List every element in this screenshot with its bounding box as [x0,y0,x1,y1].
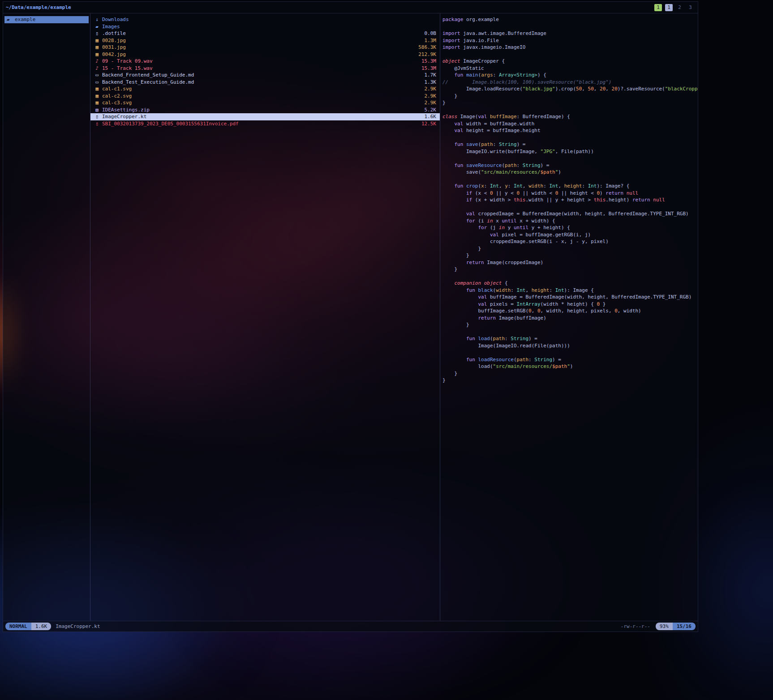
code-line: class Image(val buffImage: BufferedImage… [442,113,698,120]
file-name: cal-c2.svg [102,93,422,100]
code-line: fun black(width: Int, height: Int): Imag… [442,287,698,294]
status-bar: NORMAL 1.6K ImageCropper.kt -rw-r--r-- 9… [3,621,698,632]
code-line: } [442,93,698,100]
file-size: 15.3M [421,58,436,65]
file-row-Downloads[interactable]: ↓Downloads [90,16,440,23]
tab-2[interactable]: 1 [665,4,673,11]
file-row-09 - Track 09.wav[interactable]: ♪09 - Track 09.wav15.3M [90,58,440,65]
code-line: load("src/main/resources/$path") [442,363,698,370]
file-row-Images[interactable]: ▰Images [90,23,440,30]
desktop-wallpaper: ~/Data/example/example 1123 ▰ example ↓D… [0,0,773,700]
cursor-position-badge: 15/16 [673,623,696,630]
folder-icon: ▰ [7,16,13,23]
file-list: ↓Downloads▰Images▯.dotfile0.0B▦0028.jpg1… [90,16,440,127]
image-icon: ▦ [94,37,100,44]
image-icon: ▦ [94,99,100,107]
file-name: cal-c3.svg [102,99,422,107]
code-line: } [442,321,698,329]
code-line: val buffImage = BufferedImage(width, hei… [442,294,698,301]
file-icon: ▯ [94,30,100,37]
code-line: } [442,266,698,273]
code-line: fun loadResource(path: String) = [442,356,698,363]
file-size: 1.7K [425,72,437,79]
status-left: NORMAL 1.6K ImageCropper.kt [5,623,100,630]
file-manager-header: ~/Data/example/example 1123 [3,2,698,13]
file-size-badge: 1.6K [31,623,52,630]
code-line: ImageIO.write(buffImage, "JPG", File(pat… [442,148,698,155]
code-line: croppedImage.setRGB(i - x, j - y, pixel) [442,238,698,245]
file-row-0028.jpg[interactable]: ▦0028.jpg1.3M [90,37,440,44]
file-name: 0031.jpg [102,44,416,51]
code-line: fun load(path: String) = [442,335,698,342]
code-line: val pixel = buffImage.getRGB(i, j) [442,231,698,239]
image-icon: ▦ [94,51,100,58]
pdf-icon: ▯ [94,120,100,128]
file-name: cal-c1.svg [102,85,422,93]
dir-icon: ▰ [94,23,100,30]
doc-icon: ▭ [94,72,100,79]
file-name: Images [102,23,434,30]
code-line: import java.io.File [442,37,698,44]
file-size: 212.9K [418,51,436,58]
file-size: 2.9K [425,93,437,100]
file-size: 12.5K [421,120,436,128]
code-line: object ImageCropper { [442,58,698,65]
status-permissions: -rw-r--r-- [621,623,650,629]
scroll-percent-badge: 93% [656,623,673,630]
file-row-.dotfile[interactable]: ▯.dotfile0.0B [90,30,440,37]
code-line [442,23,698,30]
file-row-cal-c2.svg[interactable]: ▦cal-c2.svg2.9K [90,93,440,100]
parent-item-label: example [15,16,35,23]
code-line [442,176,698,183]
file-row-cal-c3.svg[interactable]: ▦cal-c3.svg2.9K [90,99,440,107]
code-line: for (i in x until x + width) { [442,218,698,225]
file-size: 586.3K [418,44,436,51]
image-icon: ▦ [94,93,100,100]
file-name: Downloads [102,16,434,23]
file-row-Backend_Frontend_Setup_Guide.md[interactable]: ▭Backend_Frontend_Setup_Guide.md1.7K [90,72,440,79]
terminal-window: ~/Data/example/example 1123 ▰ example ↓D… [3,1,698,632]
code-line [442,204,698,211]
file-row-ImageCropper.kt[interactable]: ▯ImageCropper.kt1.6K [90,113,440,120]
code-line: // Image.black(100, 100).saveResource("b… [442,79,698,86]
code-line: val pixels = IntArray(width * height) { … [442,301,698,308]
code-line: package org.example [442,16,698,23]
code-line: if (x < 0 || y < 0 || width < 0 || heigh… [442,190,698,197]
code-line: } [442,370,698,377]
file-size: 5.2K [425,107,437,114]
code-line: return Image(croppedImage) [442,259,698,266]
file-row-0031.jpg[interactable]: ▦0031.jpg586.3K [90,44,440,51]
file-row-IDEAsettings.zip[interactable]: ▧IDEAsettings.zip5.2K [90,107,440,114]
code-line: @JvmStatic [442,65,698,72]
breadcrumb-path: ~/Data/example/example [6,4,71,10]
file-size: 2.9K [425,85,437,93]
code-line [442,107,698,114]
panes-container: ▰ example ↓Downloads▰Images▯.dotfile0.0B… [3,13,698,621]
parent-item-example[interactable]: ▰ example [4,16,89,23]
tab-bar: 1123 [654,4,694,11]
image-icon: ▦ [94,85,100,93]
code-line: fun save(path: String) = [442,141,698,148]
file-row-15 - Track 15.wav[interactable]: ♪15 - Track 15.wav15.3M [90,65,440,72]
audio-icon: ♪ [94,65,100,72]
file-row-0042.jpg[interactable]: ▦0042.jpg212.9K [90,51,440,58]
code-line [442,349,698,356]
code-line [442,329,698,336]
tab-4[interactable]: 3 [687,4,694,11]
status-filename: ImageCropper.kt [56,623,100,629]
file-size: 2.9K [425,99,437,107]
code-line: val height = buffImage.height [442,127,698,134]
code-line: fun crop(x: Int, y: Int, width: Int, hei… [442,183,698,190]
tab-3[interactable]: 2 [676,4,683,11]
file-name: IDEAsettings.zip [102,107,422,114]
dir-icon: ↓ [94,16,100,23]
file-name: ImageCropper.kt [102,113,422,120]
file-name: 0028.jpg [102,37,422,44]
file-size: 1.6K [425,113,437,120]
tab-1[interactable]: 1 [654,4,662,11]
file-row-Backend_Test_Execution_Guide.md[interactable]: ▭Backend_Test_Execution_Guide.md1.3K [90,79,440,86]
file-row-cal-c1.svg[interactable]: ▦cal-c1.svg2.9K [90,85,440,93]
mode-badge: NORMAL [5,623,31,630]
code-line: save("src/main/resources/$path") [442,169,698,176]
file-row-SBI_0032013739_2023_DE05_0003155631Invoice.pdf[interactable]: ▯SBI_0032013739_2023_DE05_0003155631Invo… [90,120,440,128]
